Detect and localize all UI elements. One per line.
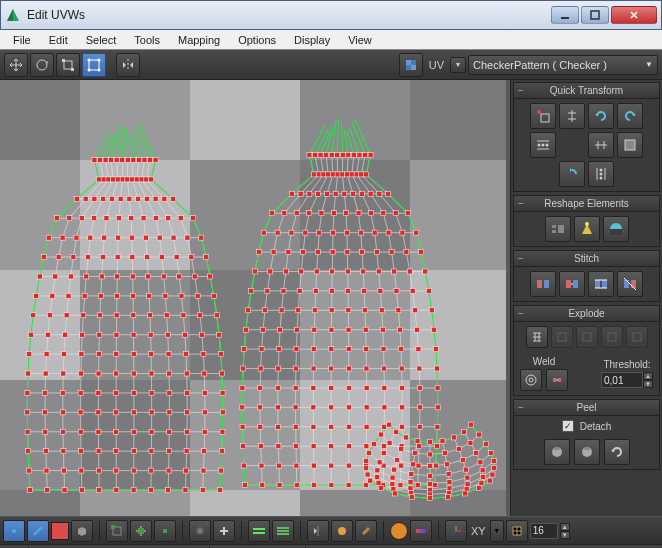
grid-down[interactable]: ▼ — [560, 531, 570, 539]
loop-button[interactable] — [248, 520, 270, 542]
stitch-target-button[interactable] — [617, 271, 643, 297]
explode-object-button[interactable] — [626, 326, 648, 348]
svg-rect-29 — [190, 270, 300, 380]
xy-label: XY — [471, 525, 486, 537]
select-by-element-button[interactable] — [106, 520, 128, 542]
scale-tool[interactable] — [56, 53, 80, 77]
threshold-down[interactable]: ▼ — [643, 380, 653, 388]
weld-selected-button[interactable] — [520, 369, 542, 391]
checker-background — [0, 80, 506, 516]
space-v-button[interactable] — [588, 161, 614, 187]
svg-point-1512 — [538, 144, 541, 147]
stitch-selected-button[interactable] — [530, 271, 556, 297]
maximize-button[interactable] — [581, 6, 609, 24]
svg-rect-40 — [80, 490, 190, 516]
close-button[interactable] — [611, 6, 657, 24]
space-h-button[interactable] — [530, 132, 556, 158]
rotate-ccw-button[interactable] — [588, 103, 614, 129]
relax-until-button[interactable] — [603, 216, 629, 242]
svg-rect-25 — [410, 160, 506, 270]
freeform-tool[interactable] — [82, 53, 106, 77]
gradient-button[interactable] — [410, 520, 432, 542]
stitch-average-button[interactable] — [588, 271, 614, 297]
align-center-h-button[interactable] — [559, 103, 585, 129]
weld-target-button[interactable] — [546, 369, 568, 391]
relax-button[interactable] — [574, 216, 600, 242]
grid-snap-button[interactable] — [506, 520, 528, 542]
svg-rect-35 — [190, 380, 300, 490]
explode-material-button[interactable] — [601, 326, 623, 348]
panel-peel: −Peel ✓ Detach — [513, 399, 660, 470]
mirror-tool[interactable] — [116, 53, 140, 77]
svg-rect-31 — [410, 270, 506, 380]
uv-label: UV — [429, 59, 444, 71]
align-center-v-button[interactable] — [588, 132, 614, 158]
shrink-selection-button[interactable] — [154, 520, 176, 542]
grid-up[interactable]: ▲ — [560, 523, 570, 531]
menu-edit[interactable]: Edit — [40, 32, 77, 48]
svg-rect-39 — [0, 490, 80, 516]
face-mode-button[interactable] — [51, 522, 69, 540]
menu-tools[interactable]: Tools — [125, 32, 169, 48]
edge-mode-button[interactable] — [27, 520, 49, 542]
menu-file[interactable]: File — [4, 32, 40, 48]
move-tool[interactable] — [4, 53, 28, 77]
break-button[interactable] — [526, 326, 548, 348]
stitch-source-button[interactable] — [559, 271, 585, 297]
svg-rect-42 — [300, 490, 410, 516]
svg-rect-27 — [0, 270, 80, 380]
element-mode-button[interactable] — [71, 520, 93, 542]
straighten-button[interactable] — [545, 216, 571, 242]
flatten-button[interactable] — [331, 520, 353, 542]
svg-point-1518 — [600, 177, 603, 180]
svg-point-1547 — [338, 527, 346, 535]
menu-view[interactable]: View — [339, 32, 381, 48]
svg-rect-1538 — [553, 378, 556, 382]
menu-mapping[interactable]: Mapping — [169, 32, 229, 48]
axis-dropdown[interactable]: ▼ — [490, 520, 504, 542]
mirror-h-button[interactable] — [307, 520, 329, 542]
vertex-mode-button[interactable] — [3, 520, 25, 542]
align-left-button[interactable] — [530, 103, 556, 129]
menu-display[interactable]: Display — [285, 32, 339, 48]
color-swatch[interactable] — [390, 522, 408, 540]
svg-rect-17 — [190, 80, 300, 160]
soft-selection-button[interactable] — [189, 520, 211, 542]
paint-select-button[interactable] — [213, 520, 235, 542]
svg-rect-1525 — [544, 280, 549, 288]
peel-mode-button[interactable] — [574, 439, 600, 465]
svg-rect-1 — [591, 11, 599, 19]
svg-point-1522 — [585, 222, 589, 226]
explode-smoothing-button[interactable] — [576, 326, 598, 348]
fit-button[interactable] — [617, 132, 643, 158]
quick-peel-button[interactable] — [544, 439, 570, 465]
svg-rect-36 — [300, 380, 410, 490]
menu-options[interactable]: Options — [229, 32, 285, 48]
texture-dropdown[interactable]: CheckerPattern ( Checker ) ▼ — [468, 55, 658, 75]
detach-checkbox[interactable]: ✓ — [562, 420, 574, 432]
rotate-tool[interactable] — [30, 53, 54, 77]
svg-rect-1510 — [541, 114, 549, 122]
ring-button[interactable] — [272, 520, 294, 542]
bottom-toolbar: XY ▼ 16 ▲ ▼ — [0, 516, 662, 544]
weld-label: Weld — [533, 356, 556, 367]
uv-viewport[interactable] — [0, 80, 510, 516]
menu-select[interactable]: Select — [77, 32, 126, 48]
uv-toggle[interactable]: ▾ — [450, 57, 466, 73]
minimize-button[interactable] — [551, 6, 579, 24]
svg-rect-19 — [410, 80, 506, 160]
brush-button[interactable] — [355, 520, 377, 542]
threshold-spinner[interactable]: 0,01 — [601, 372, 643, 388]
grid-spinner[interactable]: 16 — [530, 523, 558, 539]
explode-faces-button[interactable] — [551, 326, 573, 348]
grow-selection-button[interactable] — [130, 520, 152, 542]
rotate-90-button[interactable] — [559, 161, 585, 187]
peel-reset-button[interactable] — [604, 439, 630, 465]
svg-point-1513 — [542, 144, 545, 147]
rotate-cw-button[interactable] — [617, 103, 643, 129]
svg-rect-43 — [410, 490, 506, 516]
threshold-up[interactable]: ▲ — [643, 372, 653, 380]
svg-rect-13 — [411, 65, 416, 70]
axis-gizmo-button[interactable] — [445, 520, 467, 542]
show-map-button[interactable] — [399, 53, 423, 77]
